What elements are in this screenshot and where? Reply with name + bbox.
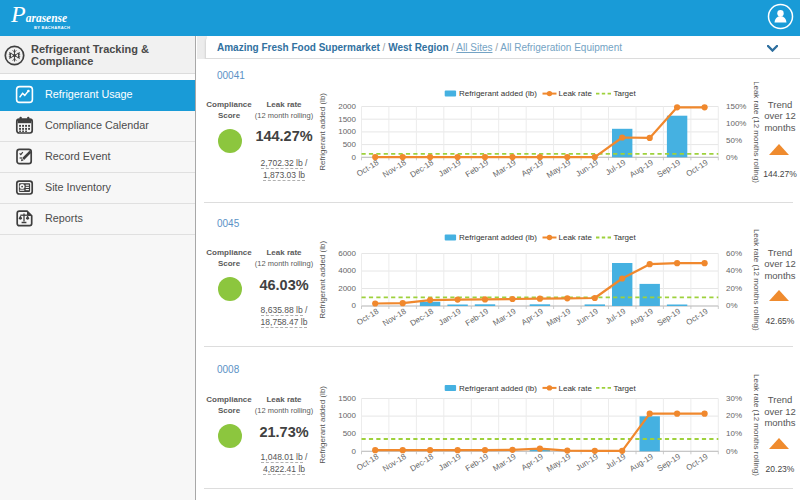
svg-text:20%: 20% [726, 411, 742, 420]
svg-text:Jul-19: Jul-19 [604, 452, 628, 471]
svg-text:Aug-19: Aug-19 [628, 158, 655, 180]
svg-text:500: 500 [343, 140, 357, 149]
svg-text:0%: 0% [726, 447, 738, 456]
svg-text:40%: 40% [726, 266, 742, 275]
svg-text:20%: 20% [726, 284, 742, 293]
svg-text:Apr-19: Apr-19 [520, 452, 546, 473]
svg-text:30%: 30% [726, 394, 742, 403]
svg-text:Jan-19: Jan-19 [437, 452, 463, 473]
svg-text:Nov-18: Nov-18 [381, 452, 408, 474]
svg-text:May-19: May-19 [545, 158, 573, 180]
svg-text:Leak rate (12 months rolling): Leak rate (12 months rolling) [752, 374, 761, 476]
svg-text:Leak rate (12 months rolling): Leak rate (12 months rolling) [752, 82, 761, 183]
svg-text:Dec-18: Dec-18 [409, 158, 436, 180]
svg-text:Apr-19: Apr-19 [520, 158, 546, 179]
svg-text:Dec-18: Dec-18 [409, 306, 436, 328]
svg-text:Oct-18: Oct-18 [355, 306, 381, 327]
svg-text:150%: 150% [726, 102, 746, 111]
svg-text:Sep-19: Sep-19 [656, 158, 683, 180]
svg-text:Aug-19: Aug-19 [628, 306, 655, 328]
svg-text:Nov-18: Nov-18 [381, 158, 408, 180]
svg-text:Nov-18: Nov-18 [381, 306, 408, 328]
svg-text:500: 500 [343, 429, 357, 438]
svg-text:Refrigerant added (lb): Refrigerant added (lb) [318, 241, 327, 319]
svg-text:Target: Target [614, 384, 637, 393]
svg-text:Feb-19: Feb-19 [464, 306, 491, 327]
svg-text:Oct-18: Oct-18 [355, 158, 381, 179]
svg-text:50%: 50% [726, 136, 742, 145]
svg-text:Sep-19: Sep-19 [656, 306, 683, 328]
svg-text:Jan-19: Jan-19 [437, 306, 463, 327]
svg-text:Refrigerant added (lb): Refrigerant added (lb) [459, 89, 537, 98]
svg-text:2000: 2000 [338, 102, 356, 111]
svg-text:Refrigerant added (lb): Refrigerant added (lb) [459, 384, 537, 393]
svg-text:Apr-19: Apr-19 [520, 306, 546, 327]
svg-text:Jun-19: Jun-19 [574, 306, 600, 327]
svg-text:Target: Target [614, 233, 637, 242]
svg-text:Feb-19: Feb-19 [464, 158, 491, 179]
svg-text:May-19: May-19 [545, 306, 573, 328]
svg-text:100%: 100% [726, 119, 746, 128]
svg-text:Target: Target [614, 89, 637, 98]
svg-text:Dec-18: Dec-18 [409, 452, 436, 474]
svg-text:Jun-19: Jun-19 [574, 452, 600, 473]
svg-text:Leak rate: Leak rate [559, 89, 593, 98]
svg-text:May-19: May-19 [545, 452, 573, 474]
svg-text:Aug-19: Aug-19 [628, 452, 655, 474]
svg-text:Refrigerant added (lb): Refrigerant added (lb) [318, 386, 327, 464]
svg-text:Refrigerant added (lb): Refrigerant added (lb) [318, 93, 327, 171]
svg-text:Jun-19: Jun-19 [574, 158, 600, 179]
svg-text:Leak rate (12 months rolling): Leak rate (12 months rolling) [752, 229, 761, 331]
svg-text:Mar-19: Mar-19 [491, 158, 518, 179]
svg-text:Sep-19: Sep-19 [656, 452, 683, 474]
svg-text:0%: 0% [726, 301, 738, 310]
svg-text:60%: 60% [726, 249, 742, 258]
svg-text:4000: 4000 [338, 266, 356, 275]
svg-text:Leak rate: Leak rate [559, 384, 593, 393]
svg-text:Oct-19: Oct-19 [685, 306, 711, 327]
svg-text:0: 0 [352, 301, 357, 310]
svg-text:Jan-19: Jan-19 [437, 158, 463, 179]
svg-text:1000: 1000 [338, 127, 356, 136]
svg-text:0: 0 [352, 153, 357, 162]
svg-text:0%: 0% [726, 153, 738, 162]
svg-text:2000: 2000 [338, 284, 356, 293]
svg-text:Mar-19: Mar-19 [491, 306, 518, 327]
svg-text:Jul-19: Jul-19 [604, 158, 628, 177]
svg-text:Jul-19: Jul-19 [604, 306, 628, 325]
svg-text:Oct-19: Oct-19 [685, 158, 711, 179]
svg-text:Leak rate: Leak rate [559, 233, 593, 242]
svg-text:Refrigerant added (lb): Refrigerant added (lb) [459, 233, 537, 242]
svg-text:1000: 1000 [338, 411, 356, 420]
svg-text:1500: 1500 [338, 394, 356, 403]
svg-text:Mar-19: Mar-19 [491, 452, 518, 473]
svg-text:10%: 10% [726, 429, 742, 438]
svg-text:6000: 6000 [338, 249, 356, 258]
svg-text:Feb-19: Feb-19 [464, 452, 491, 473]
svg-text:0: 0 [352, 447, 357, 456]
svg-text:Oct-19: Oct-19 [685, 452, 711, 473]
svg-text:Oct-18: Oct-18 [355, 452, 381, 473]
svg-text:1500: 1500 [338, 115, 356, 124]
